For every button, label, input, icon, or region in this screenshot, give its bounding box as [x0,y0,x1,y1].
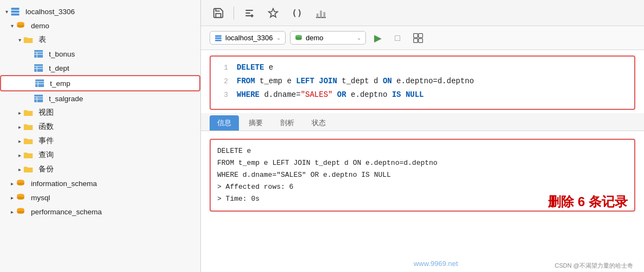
svg-rect-36 [419,33,423,37]
sidebar-item-funcs-folder[interactable]: ▸ 函数 [0,120,200,134]
sidebar-label: mysql [31,194,50,202]
db-selector[interactable]: demo ⌄ [290,31,366,45]
tab-info[interactable]: 信息 [210,115,239,131]
sidebar-item-events-folder[interactable]: ▸ 事件 [0,134,200,148]
svg-rect-28 [317,13,319,17]
line-code[interactable]: WHERE d.dname="SALES" OR e.deptno IS NUL… [237,89,424,101]
explain-button[interactable] [409,29,427,47]
sidebar-label: 表 [39,35,46,45]
editor-line-3: 3WHERE d.dname="SALES" OR e.deptno IS NU… [211,88,634,102]
db-icon [16,178,26,188]
server-icon [10,7,20,16]
chevron-icon: ▸ [18,110,21,116]
editor-line-1: 1DELETE e [211,61,634,75]
sidebar-label: demo [31,22,49,30]
sidebar-item-t_bonus[interactable]: t_bonus [0,47,200,61]
magic-button[interactable] [264,4,282,22]
svg-rect-12 [35,79,44,87]
token-plain: e [264,63,273,72]
sidebar-label: t_emp [50,79,71,88]
svg-rect-16 [34,95,43,102]
output-line-2: WHERE d.dname="SALES" OR e.deptno IS NUL… [217,169,628,181]
sidebar-item-t_emp[interactable]: t_emp [0,75,200,91]
token-plain: e.deptno=d.deptno [392,77,474,85]
token-plain: e.deptno [346,90,392,99]
folder-icon [23,122,33,132]
chevron-icon: ▸ [11,195,14,201]
sidebar-item-perf-schema[interactable]: ▸ performance_schema [0,205,200,219]
sidebar-label: 备份 [39,164,54,174]
sidebar-item-demo[interactable]: ▾ demo [0,18,200,33]
chevron-icon: ▾ [11,23,14,29]
output-line-3: > Affected rows: 6 [217,181,628,193]
sidebar-item-views-folder[interactable]: ▸ 视图 [0,106,200,120]
chart-button[interactable] [312,4,330,22]
sidebar-item-backups-folder[interactable]: ▸ 备份 [0,162,200,176]
chevron-icon: ▸ [11,181,14,187]
token-kw: ON [383,77,392,85]
svg-rect-35 [414,33,418,37]
chevron-icon: ▾ [5,9,8,15]
token-kw: FROM [237,77,255,85]
svg-rect-37 [414,38,418,42]
svg-rect-31 [215,35,222,36]
server-icon [214,34,222,42]
sidebar: ▾ localhost_3306▾ demo▾ 表 t_bonus t_dept… [0,0,201,272]
svg-rect-2 [11,14,20,16]
db-icon [16,193,26,202]
db-chevron-icon: ⌄ [357,35,361,41]
folder-icon [23,108,33,118]
sidebar-label: localhost_3306 [26,8,75,16]
token-plain [332,90,337,99]
toolbar-divider-1 [233,7,234,20]
svg-rect-1 [11,11,20,13]
sidebar-item-info-schema[interactable]: ▸ information_schema [0,176,200,190]
folder-icon [23,35,33,45]
line-number: 2 [217,76,228,88]
main-panel: () localhost_3306 ⌄ [201,0,644,272]
sidebar-item-tables-folder[interactable]: ▾ 表 [0,33,200,47]
sidebar-label: 查询 [39,150,54,160]
server-selector[interactable]: localhost_3306 ⌄ [210,31,286,45]
token-plain: t_dept d [337,77,383,85]
token-plain: d.dname= [260,90,301,99]
results-tabs: 信息摘要剖析状态 [201,113,644,131]
output-line-1: FROM t_emp e LEFT JOIN t_dept d ON e.dep… [217,157,628,169]
line-code[interactable]: DELETE e [237,61,273,73]
sidebar-item-t_salgrade[interactable]: t_salgrade [0,91,200,106]
table-icon [34,63,43,73]
format-button[interactable] [241,4,258,22]
tab-summary[interactable]: 摘要 [241,115,270,131]
tab-profiler[interactable]: 剖析 [273,115,302,131]
server-chevron-icon: ⌄ [276,35,281,41]
stop-button[interactable]: □ [390,30,405,46]
db-icon [16,21,26,30]
token-kw: WHERE [237,90,260,99]
save-button[interactable] [210,4,227,22]
token-plain: t_emp e [255,77,296,85]
sidebar-label: 函数 [39,122,54,132]
sql-editor[interactable]: 1DELETE e2FROM t_emp e LEFT JOIN t_dept … [210,55,635,110]
run-button[interactable]: ▶ [370,30,386,46]
db-icon [16,207,26,217]
table-icon [35,78,45,88]
tab-status[interactable]: 状态 [304,115,333,131]
svg-rect-0 [11,8,20,10]
svg-rect-8 [34,64,43,72]
chevron-icon: ▾ [18,37,21,43]
watermark: www.9969.net [414,259,458,268]
sidebar-item-mysql-db[interactable]: ▸ mysql [0,190,200,205]
folder-icon [23,136,33,146]
output-area: DELETE eFROM t_emp e LEFT JOIN t_dept d … [201,131,644,272]
svg-rect-30 [324,12,326,17]
sidebar-label: information_schema [31,180,97,188]
sidebar-item-queries-folder[interactable]: ▸ 查询 [0,148,200,162]
sidebar-item-localhost[interactable]: ▾ localhost_3306 [0,4,200,18]
token-kw: LEFT JOIN [296,77,337,85]
server-label: localhost_3306 [225,34,273,42]
chevron-icon: ▸ [18,138,21,144]
folder-icon [23,150,33,160]
line-code[interactable]: FROM t_emp e LEFT JOIN t_dept d ON e.dep… [237,75,474,87]
parens-button[interactable]: () [288,4,306,22]
sidebar-item-t_dept[interactable]: t_dept [0,61,200,75]
